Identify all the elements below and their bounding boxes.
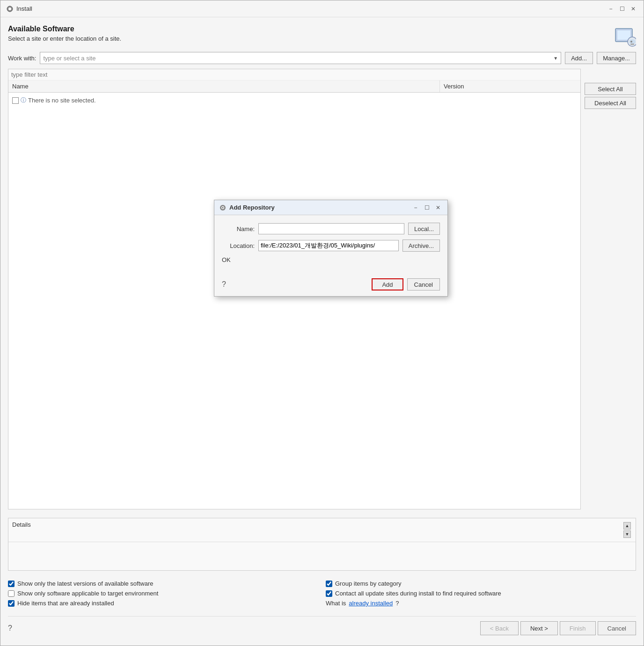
dialog-minimize-button[interactable]: − — [411, 203, 420, 212]
details-scroll: ▲ ▼ — [622, 521, 632, 539]
dialog-title-left: Add Repository — [219, 204, 275, 211]
dialog-title-controls: − ☐ ✕ — [411, 203, 443, 212]
filter-row — [8, 69, 580, 80]
header-section: Available Software Select a site or ente… — [8, 25, 636, 47]
header-text: Available Software Select a site or ente… — [8, 25, 121, 42]
bottom-nav: ? < Back Next > Finish Cancel — [8, 616, 636, 638]
install-header-icon — [614, 25, 636, 47]
select-all-button[interactable]: Select All — [585, 83, 636, 95]
add-button[interactable]: Add... — [565, 52, 593, 64]
install-icon — [6, 5, 14, 13]
dialog-title-text: Add Repository — [229, 204, 275, 211]
col-name-header: Name — [8, 80, 440, 92]
latest-versions-label: Show only the latest versions of availab… — [17, 580, 154, 587]
name-label: Name: — [222, 225, 255, 232]
next-button[interactable]: Next > — [520, 621, 558, 635]
dialog-icon — [219, 204, 227, 211]
name-input[interactable] — [258, 223, 404, 234]
question-mark: ? — [395, 600, 399, 607]
dialog-body: Name: Local... Location: Archive... OK — [214, 215, 447, 275]
maximize-button[interactable]: ☐ — [617, 4, 627, 14]
dialog-close-button[interactable]: ✕ — [433, 203, 443, 212]
scroll-up-button[interactable]: ▲ — [623, 522, 631, 530]
work-with-label: Work with: — [8, 55, 36, 62]
svg-point-1 — [8, 7, 11, 10]
scrollbar-area: ▲ ▼ — [622, 521, 632, 539]
latest-versions-checkbox[interactable] — [8, 581, 15, 587]
page-title: Available Software — [8, 25, 121, 33]
options-section: Show only the latest versions of availab… — [8, 575, 636, 611]
bottom-help-icon[interactable]: ? — [8, 624, 12, 632]
table-header: Name Version — [8, 80, 580, 93]
main-window: Install − ☐ ✕ Available Software Select … — [0, 0, 644, 646]
add-repository-dialog: Add Repository − ☐ ✕ Name: Local... — [214, 200, 448, 297]
already-installed-link[interactable]: already installed — [349, 600, 393, 607]
target-env-row: Show only software applicable to target … — [8, 590, 318, 597]
add-repo-button[interactable]: Add — [372, 278, 403, 290]
location-label: Location: — [222, 242, 255, 249]
no-site-row: ⓘ There is no site selected. — [12, 96, 577, 104]
side-buttons: Select All Deselect All — [581, 69, 636, 509]
hide-installed-checkbox[interactable] — [8, 600, 15, 607]
contact-update-checkbox[interactable] — [326, 590, 332, 597]
details-body — [8, 542, 636, 570]
hide-installed-label: Hide items that are already installed — [17, 600, 114, 607]
back-button[interactable]: < Back — [480, 621, 519, 635]
svg-rect-7 — [630, 44, 634, 45]
details-section: Details ▲ ▼ — [8, 518, 636, 571]
latest-versions-row: Show only the latest versions of availab… — [8, 580, 318, 587]
work-with-row: Work with: type or select a site ▼ Add..… — [8, 52, 636, 64]
content-wrapper: Name Version ⓘ There is no site selected… — [8, 69, 636, 509]
what-is-label: What is — [326, 600, 346, 607]
dialog-cancel-button[interactable]: Cancel — [407, 278, 440, 290]
target-env-checkbox[interactable] — [8, 590, 15, 597]
col-version-header: Version — [440, 80, 580, 92]
window-content: Available Software Select a site or ente… — [0, 17, 644, 646]
title-bar: Install − ☐ ✕ — [0, 0, 644, 17]
archive-button[interactable]: Archive... — [402, 240, 440, 252]
contact-update-row: Contact all update sites during install … — [326, 590, 636, 597]
window-title: Install — [16, 5, 32, 12]
dialog-title-bar: Add Repository − ☐ ✕ — [214, 200, 447, 215]
ok-row: OK — [222, 256, 440, 263]
what-is-installed-row: What is already installed ? — [326, 600, 636, 607]
group-by-category-checkbox[interactable] — [326, 581, 332, 587]
title-bar-controls: − ☐ ✕ — [606, 4, 638, 14]
dialog-help-icon[interactable]: ? — [222, 280, 226, 289]
location-field-row: Location: Archive... — [222, 240, 440, 252]
svg-rect-3 — [617, 30, 630, 40]
name-field-row: Name: Local... — [222, 223, 440, 235]
site-combo[interactable]: type or select a site ▼ — [40, 52, 561, 64]
no-site-text: There is no site selected. — [28, 97, 96, 104]
finish-button[interactable]: Finish — [560, 621, 596, 635]
page-subtitle: Select a site or enter the location of a… — [8, 35, 121, 42]
minimize-button[interactable]: − — [606, 4, 615, 14]
manage-button[interactable]: Manage... — [597, 52, 636, 64]
dialog-footer: ? Add Cancel — [214, 275, 447, 296]
close-button[interactable]: ✕ — [629, 4, 638, 14]
svg-point-6 — [630, 41, 632, 43]
footer-buttons: Add Cancel — [372, 278, 440, 290]
no-site-checkbox[interactable] — [12, 97, 19, 104]
title-bar-left: Install — [6, 5, 32, 13]
group-by-category-row: Group items by category — [326, 580, 636, 587]
scroll-down-button[interactable]: ▼ — [623, 530, 631, 538]
details-header: Details ▲ ▼ — [8, 518, 636, 542]
deselect-all-button[interactable]: Deselect All — [585, 97, 636, 109]
location-input[interactable] — [258, 240, 399, 251]
filter-input[interactable] — [11, 71, 578, 78]
contact-update-label: Contact all update sites during install … — [335, 590, 501, 597]
nav-buttons: < Back Next > Finish Cancel — [480, 621, 636, 635]
cancel-button[interactable]: Cancel — [598, 621, 636, 635]
local-button[interactable]: Local... — [408, 223, 440, 235]
group-by-category-label: Group items by category — [335, 580, 402, 587]
info-icon: ⓘ — [21, 96, 26, 104]
ok-label: OK — [222, 256, 231, 263]
table-spacer — [8, 415, 580, 509]
svg-point-10 — [222, 207, 224, 208]
dialog-maximize-button[interactable]: ☐ — [422, 203, 432, 212]
site-combo-placeholder: type or select a site — [43, 55, 95, 62]
hide-installed-row: Hide items that are already installed — [8, 600, 318, 607]
combo-arrow-icon: ▼ — [553, 56, 558, 61]
target-env-label: Show only software applicable to target … — [17, 590, 158, 597]
